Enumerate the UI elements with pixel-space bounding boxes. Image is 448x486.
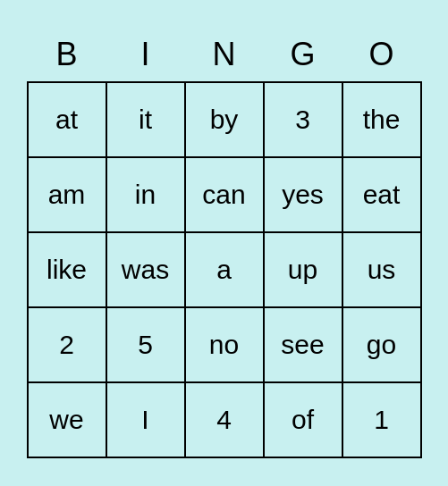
cell-r1c3[interactable]: by — [185, 82, 264, 157]
header-g: G — [264, 29, 342, 82]
table-row: am in can yes eat — [28, 157, 421, 232]
table-row: at it by 3 the — [28, 82, 421, 157]
cell-r2c2[interactable]: in — [106, 157, 185, 232]
cell-r3c3[interactable]: a — [185, 232, 264, 307]
cell-r1c4[interactable]: 3 — [264, 82, 342, 157]
cell-r2c4[interactable]: yes — [264, 157, 342, 232]
cell-r1c1[interactable]: at — [28, 82, 106, 157]
cell-r3c2[interactable]: was — [106, 232, 185, 307]
cell-r3c5[interactable]: us — [342, 232, 421, 307]
header-n: N — [185, 29, 264, 82]
cell-r4c5[interactable]: go — [342, 307, 421, 382]
table-row: 2 5 no see go — [28, 307, 421, 382]
cell-r5c2[interactable]: I — [106, 382, 185, 457]
cell-r2c5[interactable]: eat — [342, 157, 421, 232]
header-o: O — [342, 29, 421, 82]
bingo-board: B I N G O at it by 3 the am in can yes e… — [27, 29, 422, 458]
cell-r4c1[interactable]: 2 — [28, 307, 106, 382]
cell-r5c3[interactable]: 4 — [185, 382, 264, 457]
cell-r4c2[interactable]: 5 — [106, 307, 185, 382]
header-row: B I N G O — [28, 29, 421, 82]
header-i: I — [106, 29, 185, 82]
bingo-body: at it by 3 the am in can yes eat like wa… — [28, 82, 421, 457]
cell-r1c5[interactable]: the — [342, 82, 421, 157]
cell-r3c4[interactable]: up — [264, 232, 342, 307]
cell-r3c1[interactable]: like — [28, 232, 106, 307]
cell-r4c3[interactable]: no — [185, 307, 264, 382]
table-row: like was a up us — [28, 232, 421, 307]
cell-r5c5[interactable]: 1 — [342, 382, 421, 457]
cell-r2c3[interactable]: can — [185, 157, 264, 232]
table-row: we I 4 of 1 — [28, 382, 421, 457]
cell-r5c1[interactable]: we — [28, 382, 106, 457]
cell-r5c4[interactable]: of — [264, 382, 342, 457]
cell-r1c2[interactable]: it — [106, 82, 185, 157]
cell-r2c1[interactable]: am — [28, 157, 106, 232]
cell-r4c4[interactable]: see — [264, 307, 342, 382]
header-b: B — [28, 29, 106, 82]
